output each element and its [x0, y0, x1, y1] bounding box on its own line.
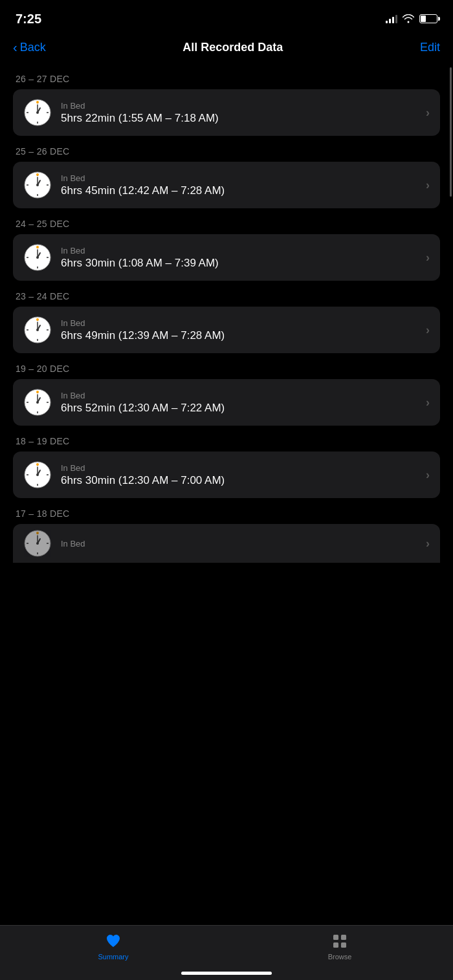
home-indicator — [181, 972, 272, 975]
content: 26 – 27 DEC In Bed 5hrs 22min (1 — [0, 67, 453, 563]
clock-icon — [23, 529, 52, 558]
record-label-dec-19-20: In Bed — [61, 391, 417, 400]
battery-icon — [419, 14, 437, 23]
section-dec-24-25: 24 – 25 DEC In Bed 6hrs 30min (1:08 AM –… — [13, 219, 440, 281]
record-row-dec-17-18[interactable]: In Bed › — [13, 524, 440, 563]
clock-icon — [23, 243, 52, 272]
svg-point-19 — [36, 173, 39, 176]
back-button[interactable]: ‹ Back — [13, 41, 46, 54]
record-row-dec-19-20[interactable]: In Bed 6hrs 52min (12:30 AM – 7:22 AM) › — [13, 379, 440, 426]
record-value-dec-18-19: 6hrs 30min (12:30 AM – 7:00 AM) — [61, 474, 417, 487]
back-chevron-icon: ‹ — [13, 41, 17, 54]
svg-point-39 — [36, 318, 39, 321]
section-dec-17-18: 17 – 18 DEC In Bed › — [13, 508, 440, 563]
section-header-dec-19-20: 19 – 20 DEC — [16, 364, 440, 374]
record-label-dec-26-27: In Bed — [61, 101, 417, 111]
section-header-dec-24-25: 24 – 25 DEC — [16, 219, 440, 229]
clock-icon — [23, 388, 52, 417]
svg-point-59 — [36, 463, 39, 466]
edit-button[interactable]: Edit — [420, 41, 440, 54]
svg-point-68 — [36, 542, 39, 545]
section-dec-19-20: 19 – 20 DEC In Bed 6hrs 52min (12:30 AM … — [13, 364, 440, 426]
clock-icon — [23, 171, 52, 199]
record-info-dec-24-25: In Bed 6hrs 30min (1:08 AM – 7:39 AM) — [61, 246, 417, 270]
tab-summary[interactable]: Summary — [0, 932, 226, 961]
record-row-dec-24-25[interactable]: In Bed 6hrs 30min (1:08 AM – 7:39 AM) › — [13, 234, 440, 281]
wifi-icon — [403, 14, 414, 23]
svg-point-29 — [36, 246, 39, 248]
svg-point-69 — [36, 532, 39, 534]
svg-rect-71 — [341, 935, 346, 940]
status-bar: 7:25 — [0, 0, 453, 32]
signal-icon — [386, 14, 397, 23]
record-label-dec-24-25: In Bed — [61, 246, 417, 256]
scrollbar[interactable] — [450, 67, 452, 197]
svg-point-38 — [36, 329, 39, 331]
status-icons — [386, 14, 437, 23]
status-time: 7:25 — [16, 12, 41, 27]
svg-point-58 — [36, 474, 39, 476]
record-row-dec-26-27[interactable]: In Bed 5hrs 22min (1:55 AM – 7:18 AM) › — [13, 89, 440, 136]
record-info-dec-25-26: In Bed 6hrs 45min (12:42 AM – 7:28 AM) — [61, 173, 417, 197]
record-row-dec-18-19[interactable]: In Bed 6hrs 30min (12:30 AM – 7:00 AM) › — [13, 452, 440, 498]
chevron-right-icon-dec-17-18: › — [426, 537, 430, 550]
clock-icon — [23, 316, 52, 344]
clock-icon — [23, 98, 52, 127]
svg-point-8 — [36, 111, 39, 114]
back-label: Back — [20, 41, 46, 54]
section-header-dec-18-19: 18 – 19 DEC — [16, 436, 440, 446]
tab-browse[interactable]: Browse — [226, 932, 453, 961]
record-row-dec-25-26[interactable]: In Bed 6hrs 45min (12:42 AM – 7:28 AM) › — [13, 162, 440, 208]
record-label-dec-18-19: In Bed — [61, 463, 417, 473]
section-dec-23-24: 23 – 24 DEC In Bed 6hrs 49min (12:39 AM … — [13, 291, 440, 353]
section-header-dec-25-26: 25 – 26 DEC — [16, 146, 440, 157]
chevron-right-icon-dec-19-20: › — [426, 396, 430, 409]
svg-point-49 — [36, 391, 39, 393]
clock-icon — [23, 461, 52, 489]
record-value-dec-25-26: 6hrs 45min (12:42 AM – 7:28 AM) — [61, 184, 417, 197]
record-label-dec-17-18: In Bed — [61, 539, 417, 549]
svg-point-48 — [36, 401, 39, 404]
svg-point-28 — [36, 256, 39, 259]
tab-browse-label: Browse — [328, 953, 352, 961]
record-info-dec-23-24: In Bed 6hrs 49min (12:39 AM – 7:28 AM) — [61, 318, 417, 342]
chevron-right-icon-dec-25-26: › — [426, 179, 430, 192]
record-label-dec-23-24: In Bed — [61, 318, 417, 328]
chevron-right-icon-dec-18-19: › — [426, 468, 430, 482]
svg-rect-73 — [341, 942, 346, 948]
record-value-dec-24-25: 6hrs 30min (1:08 AM – 7:39 AM) — [61, 257, 417, 270]
chevron-right-icon-dec-26-27: › — [426, 106, 430, 120]
svg-rect-72 — [333, 942, 338, 948]
chevron-right-icon-dec-24-25: › — [426, 251, 430, 265]
section-dec-18-19: 18 – 19 DEC In Bed 6hrs 30min (12:30 AM … — [13, 436, 440, 498]
chevron-right-icon-dec-23-24: › — [426, 323, 430, 337]
section-dec-25-26: 25 – 26 DEC In Bed 6hrs 45min (12:42 AM … — [13, 146, 440, 208]
record-info-dec-18-19: In Bed 6hrs 30min (12:30 AM – 7:00 AM) — [61, 463, 417, 487]
section-header-dec-26-27: 26 – 27 DEC — [16, 74, 440, 84]
record-info-dec-17-18: In Bed — [61, 539, 417, 549]
record-info-dec-26-27: In Bed 5hrs 22min (1:55 AM – 7:18 AM) — [61, 101, 417, 125]
record-label-dec-25-26: In Bed — [61, 173, 417, 183]
record-info-dec-19-20: In Bed 6hrs 52min (12:30 AM – 7:22 AM) — [61, 391, 417, 415]
browse-icon — [331, 932, 349, 950]
section-header-dec-17-18: 17 – 18 DEC — [16, 508, 440, 519]
svg-point-18 — [36, 184, 39, 186]
record-row-dec-23-24[interactable]: In Bed 6hrs 49min (12:39 AM – 7:28 AM) › — [13, 307, 440, 353]
section-dec-26-27: 26 – 27 DEC In Bed 5hrs 22min (1 — [13, 74, 440, 136]
record-value-dec-19-20: 6hrs 52min (12:30 AM – 7:22 AM) — [61, 402, 417, 415]
page-title: All Recorded Data — [182, 41, 283, 54]
svg-rect-70 — [333, 935, 338, 940]
heart-icon — [104, 932, 122, 950]
record-value-dec-23-24: 6hrs 49min (12:39 AM – 7:28 AM) — [61, 329, 417, 342]
record-value-dec-26-27: 5hrs 22min (1:55 AM – 7:18 AM) — [61, 112, 417, 125]
nav-bar: ‹ Back All Recorded Data Edit — [0, 32, 453, 67]
section-header-dec-23-24: 23 – 24 DEC — [16, 291, 440, 301]
tab-summary-label: Summary — [98, 953, 128, 961]
svg-point-9 — [36, 101, 39, 103]
